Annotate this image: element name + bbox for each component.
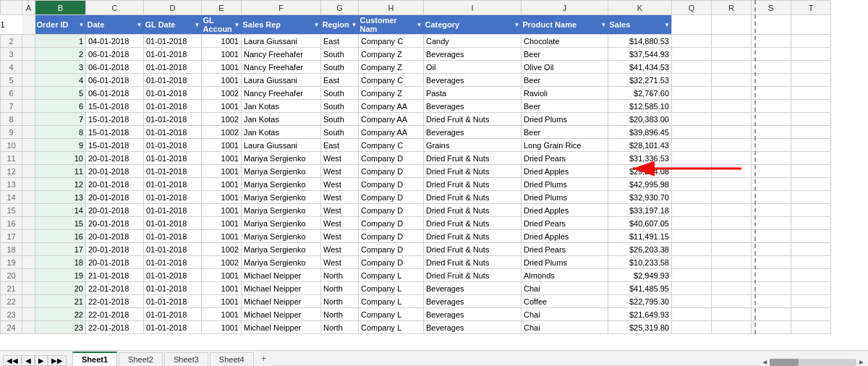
col-header-h[interactable]: H <box>359 1 424 15</box>
cell-orderid[interactable]: 1 <box>35 35 86 48</box>
cell-q[interactable] <box>672 191 712 204</box>
row-num-cell[interactable]: 18 <box>1 243 22 256</box>
cell-c1[interactable]: Date ▼ <box>86 15 144 35</box>
cell-customer[interactable]: Company D <box>359 152 424 165</box>
cell-customer[interactable]: Company L <box>359 295 424 308</box>
cell-product[interactable]: Dried Plums <box>522 256 608 269</box>
cell-a1[interactable] <box>22 15 35 35</box>
cell-region[interactable]: East <box>321 35 359 48</box>
cell-gldate[interactable]: 01-01-2018 <box>144 165 202 178</box>
cell-category[interactable]: Dried Fruit & Nuts <box>424 178 522 191</box>
cell-sales[interactable]: $37,544.93 <box>608 48 672 61</box>
row-num-cell[interactable]: 16 <box>1 217 22 230</box>
cell-orderid[interactable]: 11 <box>35 165 86 178</box>
col-header-q[interactable]: Q <box>672 1 712 15</box>
cell-customer[interactable]: Company D <box>359 191 424 204</box>
cell-customer[interactable]: Company D <box>359 217 424 230</box>
cell-customer[interactable]: Company Z <box>359 87 424 100</box>
cell-q[interactable] <box>672 100 712 113</box>
cell-date[interactable]: 06-01-2018 <box>86 48 144 61</box>
cell-r[interactable] <box>712 295 752 308</box>
cell-date[interactable]: 22-01-2018 <box>86 321 144 334</box>
cell-region[interactable]: West <box>321 152 359 165</box>
cell-category[interactable]: Candy <box>424 35 522 48</box>
nav-next-sheet[interactable]: ▶ <box>35 355 48 366</box>
cell-glacct[interactable]: 1001 <box>202 61 242 74</box>
cell-customer[interactable]: Company AA <box>359 126 424 139</box>
cell-date[interactable]: 04-01-2018 <box>86 35 144 48</box>
cell-s[interactable] <box>752 152 791 165</box>
cell-salesrep[interactable]: Nancy Freehafer <box>242 87 321 100</box>
cell-region[interactable]: South <box>321 126 359 139</box>
cell-gldate[interactable]: 01-01-2018 <box>144 217 202 230</box>
cell-gldate[interactable]: 01-01-2018 <box>144 269 202 282</box>
cell-q[interactable] <box>672 35 712 48</box>
cell-r[interactable] <box>712 256 752 269</box>
cell-f1[interactable]: Sales Rep ▼ <box>242 15 321 35</box>
cell-salesrep[interactable]: Michael Neipper <box>242 334 321 335</box>
cell-q[interactable] <box>672 295 712 308</box>
cell-product[interactable]: Dried Apples <box>522 165 608 178</box>
cell-orderid[interactable]: 21 <box>35 295 86 308</box>
cell-date[interactable]: 06-01-2018 <box>86 61 144 74</box>
cell-product[interactable]: Coffee <box>522 334 608 335</box>
cell-gldate[interactable]: 01-01-2018 <box>144 295 202 308</box>
cell-s[interactable] <box>752 61 791 74</box>
cell-s[interactable] <box>752 334 791 335</box>
cell-region[interactable]: South <box>321 100 359 113</box>
cell-t[interactable] <box>791 256 831 269</box>
cell-sales[interactable]: $42,995.98 <box>608 178 672 191</box>
cell-s[interactable] <box>752 178 791 191</box>
cell-category[interactable]: Dried Fruit & Nuts <box>424 230 522 243</box>
cell-product[interactable]: Dried Plums <box>522 178 608 191</box>
col-header-k[interactable]: K <box>608 1 672 15</box>
cell-a[interactable] <box>22 191 35 204</box>
cell-a[interactable] <box>22 204 35 217</box>
cell-sales[interactable]: $26,203.38 <box>608 243 672 256</box>
cell-salesrep[interactable]: Mariya Sergienko <box>242 191 321 204</box>
cell-gldate[interactable]: 01-01-2018 <box>144 139 202 152</box>
cell-gldate[interactable]: 01-01-2018 <box>144 256 202 269</box>
cell-q[interactable] <box>672 256 712 269</box>
row-num-cell[interactable]: 14 <box>1 191 22 204</box>
cell-sales[interactable]: $38,783.80 <box>608 334 672 335</box>
cell-region[interactable]: West <box>321 256 359 269</box>
cell-gldate[interactable]: 01-01-2018 <box>144 87 202 100</box>
cell-product[interactable]: Dried Pears <box>522 217 608 230</box>
cell-t[interactable] <box>791 113 831 126</box>
cell-r[interactable] <box>712 61 752 74</box>
cell-date[interactable]: 21-01-2018 <box>86 269 144 282</box>
cell-t[interactable] <box>791 217 831 230</box>
cell-region[interactable]: South <box>321 61 359 74</box>
cell-date[interactable]: 20-01-2018 <box>86 152 144 165</box>
tab-sheet4[interactable]: Sheet4 <box>210 352 254 366</box>
filter-arrow-f[interactable]: ▼ <box>314 22 320 28</box>
cell-category[interactable]: Dried Fruit & Nuts <box>424 152 522 165</box>
cell-salesrep[interactable]: Jan Kotas <box>242 100 321 113</box>
cell-a[interactable] <box>22 152 35 165</box>
cell-q[interactable] <box>672 126 712 139</box>
row-num-cell[interactable]: 22 <box>1 295 22 308</box>
cell-glacct[interactable]: 1001 <box>202 191 242 204</box>
cell-region[interactable]: West <box>321 178 359 191</box>
cell-r[interactable] <box>712 178 752 191</box>
cell-s[interactable] <box>752 204 791 217</box>
cell-h1[interactable]: Customer Nam ▼ <box>359 15 424 35</box>
cell-customer[interactable]: Company L <box>359 282 424 295</box>
filter-arrow-c[interactable]: ▼ <box>137 22 142 28</box>
cell-gldate[interactable]: 01-01-2018 <box>144 48 202 61</box>
cell-j1[interactable]: Product Name ▼ <box>522 15 608 35</box>
cell-sales[interactable]: $33,197.18 <box>608 204 672 217</box>
cell-glacct[interactable]: 1001 <box>202 230 242 243</box>
cell-t[interactable] <box>791 191 831 204</box>
cell-orderid[interactable]: 6 <box>35 100 86 113</box>
hscroll-area[interactable]: ◄ ► <box>761 358 868 366</box>
cell-t[interactable] <box>791 204 831 217</box>
cell-product[interactable]: Chai <box>522 321 608 334</box>
cell-product[interactable]: Dried Pears <box>522 243 608 256</box>
cell-date[interactable]: 20-01-2018 <box>86 256 144 269</box>
cell-salesrep[interactable]: Mariya Sergienko <box>242 256 321 269</box>
cell-s[interactable] <box>752 191 791 204</box>
cell-s[interactable] <box>752 269 791 282</box>
cell-a[interactable] <box>22 243 35 256</box>
